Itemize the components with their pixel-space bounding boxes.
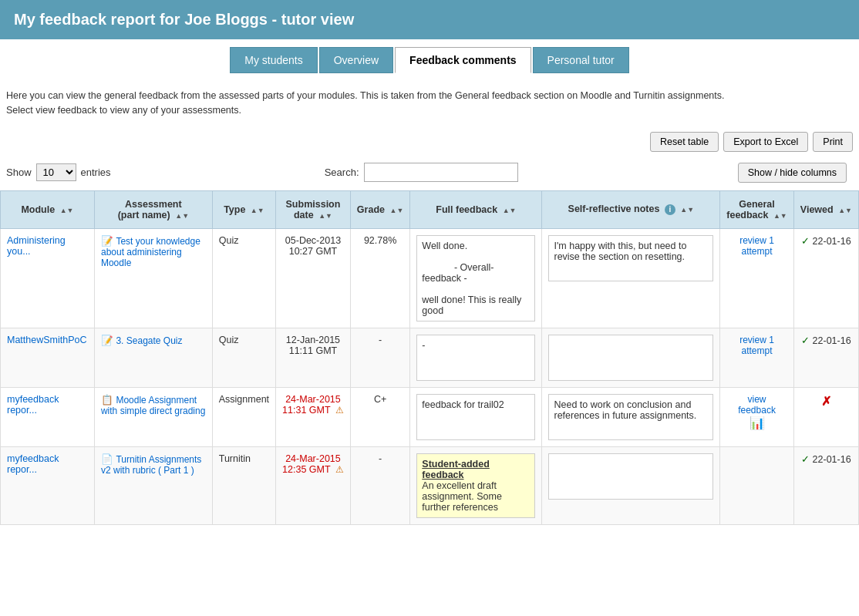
view-feedback-link2[interactable]: feedback	[738, 405, 776, 416]
view-feedback-link1[interactable]: view	[748, 394, 766, 405]
general-feedback-link1[interactable]: review 1	[739, 335, 774, 345]
entries-label: entries	[81, 167, 111, 178]
feedback-box: feedback for trail02	[416, 394, 535, 440]
show-entries-control: Show 10 25 50 100 entries	[6, 163, 111, 181]
assessment-link[interactable]: 3. Seagate Quiz	[116, 335, 182, 346]
tab-overview[interactable]: Overview	[319, 47, 393, 73]
cell-date: 12-Jan-201511:11 GMT	[276, 328, 351, 387]
assessment-icon: 📄	[101, 454, 113, 465]
col-type[interactable]: Type ▲▼	[212, 190, 275, 228]
viewed-cross-icon: ✗	[821, 395, 831, 408]
sort-assessment-icon: ▲▼	[175, 212, 189, 220]
col-self-reflective-notes[interactable]: Self-reflective notes i ▲▼	[542, 190, 720, 228]
self-reflective-box	[548, 453, 713, 500]
feedback-table: Module ▲▼ Assessment(part name) ▲▼ Type …	[0, 190, 859, 525]
reset-table-button[interactable]: Reset table	[650, 132, 719, 152]
tab-my-students[interactable]: My students	[230, 47, 317, 73]
cell-date: 05-Dec-201310:27 GMT	[276, 228, 351, 328]
assessment-icon: 📋	[101, 395, 113, 406]
table-row: MatthewSmithPoC 📝 3. Seagate Quiz Quiz 1…	[1, 328, 859, 387]
cell-date: 24-Mar-201512:35 GMT ⚠	[276, 446, 351, 524]
assessment-link[interactable]: Turnitin Assignments v2 with rubric ( Pa…	[101, 454, 201, 476]
cell-type: Turnitin	[212, 446, 275, 524]
cell-viewed: ✗	[793, 387, 858, 446]
show-hide-columns-button[interactable]: Show / hide columns	[738, 163, 847, 183]
cell-module: myfeedback repor...	[1, 387, 95, 446]
table-row: myfeedback repor... 📋 Moodle Assignment …	[1, 387, 859, 446]
cell-grade: C+	[350, 387, 409, 446]
sort-date-icon: ▲▼	[318, 212, 332, 220]
viewed-check-icon: ✓	[801, 236, 810, 247]
controls-row: Show 10 25 50 100 entries Search: Show /…	[0, 155, 859, 190]
cell-general-feedback: review 1 attempt	[720, 228, 794, 328]
col-assessment[interactable]: Assessment(part name) ▲▼	[94, 190, 212, 228]
cell-viewed: ✓ 22-01-16	[793, 328, 858, 387]
sort-notes-icon: ▲▼	[680, 206, 694, 214]
tab-feedback-comments[interactable]: Feedback comments	[395, 47, 531, 73]
col-viewed[interactable]: Viewed ▲▼	[793, 190, 858, 228]
cell-self-reflective: I'm happy with this, but need to revise …	[542, 228, 720, 328]
module-link[interactable]: myfeedback repor...	[7, 453, 59, 475]
cell-general-feedback: review 1 attempt	[720, 328, 794, 387]
sort-feedback-icon: ▲▼	[503, 207, 517, 214]
col-module[interactable]: Module ▲▼	[1, 190, 95, 228]
cell-viewed: ✓ 22-01-16	[793, 446, 858, 524]
module-link[interactable]: Administering you...	[7, 235, 66, 257]
col-general-feedback[interactable]: Generalfeedback ▲▼	[720, 190, 794, 228]
cell-module: MatthewSmithPoC	[1, 328, 95, 387]
print-button[interactable]: Print	[813, 132, 853, 152]
cell-grade: 92.78%	[350, 228, 409, 328]
show-label: Show	[6, 167, 32, 178]
general-feedback-link1[interactable]: review 1	[739, 235, 774, 246]
sort-general-icon: ▲▼	[773, 212, 787, 220]
cell-module: myfeedback repor...	[1, 446, 95, 524]
viewed-check-icon: ✓	[801, 335, 810, 346]
search-input[interactable]	[364, 163, 518, 182]
cell-self-reflective	[542, 446, 720, 524]
page-header: My feedback report for Joe Bloggs - tuto…	[0, 0, 859, 39]
tab-personal-tutor[interactable]: Personal tutor	[533, 47, 629, 73]
cell-assessment: 📄 Turnitin Assignments v2 with rubric ( …	[94, 446, 212, 524]
general-feedback-link2[interactable]: attempt	[742, 246, 773, 257]
assessment-icon: 📝	[101, 236, 113, 247]
cell-type: Assignment	[212, 387, 275, 446]
cell-assessment: 📝 Test your knowledge about administerin…	[94, 228, 212, 328]
cell-general-feedback: view feedback 📊	[720, 387, 794, 446]
col-full-feedback[interactable]: Full feedback ▲▼	[410, 190, 542, 228]
export-excel-button[interactable]: Export to Excel	[723, 132, 808, 152]
self-reflective-box: Need to work on conclusion and reference…	[548, 394, 713, 440]
search-control: Search:	[325, 163, 518, 182]
cell-full-feedback: -	[410, 328, 542, 387]
assessment-link[interactable]: Test your knowledge about administering …	[101, 236, 200, 268]
show-hide-container: Show / hide columns	[732, 160, 853, 186]
warning-icon: ⚠	[335, 405, 344, 416]
entries-select[interactable]: 10 25 50 100	[36, 163, 76, 181]
general-feedback-link2[interactable]: attempt	[742, 345, 773, 356]
self-reflective-info-icon[interactable]: i	[665, 204, 675, 215]
col-submission-date[interactable]: Submissiondate ▲▼	[276, 190, 351, 228]
cell-date: 24-Mar-201511:31 GMT ⚠	[276, 387, 351, 446]
viewed-check-icon: ✓	[801, 454, 810, 465]
warning-icon: ⚠	[335, 464, 344, 475]
self-reflective-box	[548, 335, 713, 381]
table-row: myfeedback repor... 📄 Turnitin Assignmen…	[1, 446, 859, 524]
sort-viewed-icon: ▲▼	[838, 207, 852, 214]
cell-general-feedback	[720, 446, 794, 524]
col-grade[interactable]: Grade ▲▼	[350, 190, 409, 228]
module-link[interactable]: MatthewSmithPoC	[7, 335, 87, 345]
cell-type: Quiz	[212, 228, 275, 328]
table-header-row: Module ▲▼ Assessment(part name) ▲▼ Type …	[1, 190, 859, 228]
search-label: Search:	[325, 167, 359, 178]
cell-self-reflective	[542, 328, 720, 387]
feedback-box: -	[416, 335, 535, 381]
sort-type-icon: ▲▼	[251, 207, 264, 214]
feedback-box-yellow: Student-added feedback An excellent draf…	[416, 453, 535, 518]
student-added-feedback-label: Student-added feedback	[422, 459, 490, 480]
sort-module-icon: ▲▼	[60, 207, 74, 214]
assessment-link[interactable]: Moodle Assignment with simple direct gra…	[101, 395, 205, 416]
cell-full-feedback: Well done. - Overall-feedback - well don…	[410, 228, 542, 328]
feedback-box: Well done. - Overall-feedback - well don…	[416, 235, 535, 321]
module-link[interactable]: myfeedback repor...	[7, 394, 59, 416]
cell-full-feedback: feedback for trail02	[410, 387, 542, 446]
toolbar: Reset table Export to Excel Print	[0, 126, 859, 155]
